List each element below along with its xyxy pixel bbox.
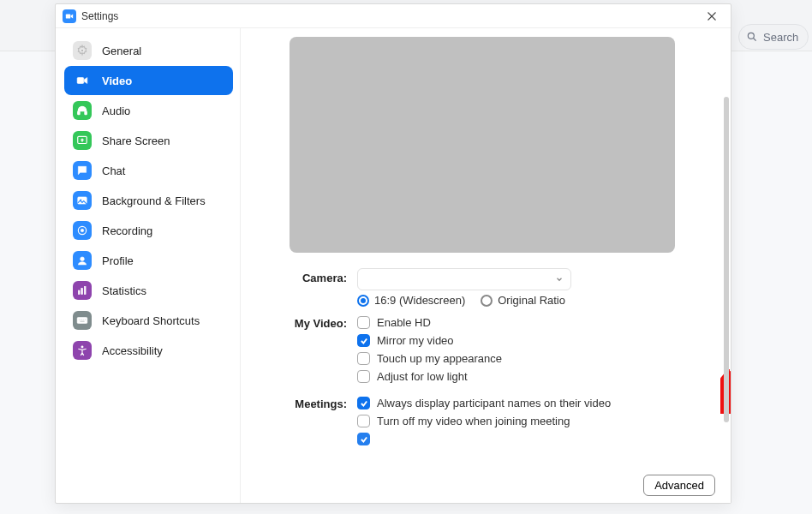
display-names-checkbox[interactable]: Always display participant names on thei…	[357, 394, 611, 412]
video-preview	[290, 37, 675, 253]
search-placeholder: Search	[763, 31, 798, 44]
sidebar-item-label: Statistics	[102, 284, 146, 297]
touch-up-checkbox[interactable]: Touch up my appearance	[357, 350, 502, 368]
keyboard-icon	[73, 311, 92, 330]
sidebar-item-accessibility[interactable]: Accessibility	[64, 336, 233, 365]
sidebar-item-label: Audio	[102, 105, 130, 117]
svg-rect-18	[77, 318, 87, 324]
sidebar-item-keyboard-shortcuts[interactable]: Keyboard Shortcuts	[64, 306, 233, 335]
checkbox-label: Turn off my video when joining meeting	[377, 415, 570, 427]
sidebar-item-general[interactable]: General	[64, 36, 233, 65]
radio-dot-icon	[481, 295, 493, 307]
headphones-icon	[73, 101, 92, 120]
checkbox-label: Adjust for low light	[377, 370, 468, 383]
svg-point-14	[81, 257, 85, 261]
sidebar-item-share-screen[interactable]: Share Screen	[64, 126, 233, 155]
share-icon	[73, 131, 92, 150]
sidebar-item-label: Keyboard Shortcuts	[102, 314, 200, 327]
checkbox-icon	[357, 397, 370, 409]
panel-footer: Advanced	[241, 467, 731, 503]
checkbox-label: Touch up my appearance	[377, 352, 502, 365]
sidebar-item-label: Background & Filters	[102, 194, 206, 207]
advanced-button[interactable]: Advanced	[643, 475, 715, 496]
svg-rect-16	[81, 289, 83, 295]
svg-point-5	[81, 49, 84, 52]
sidebar-item-label: Video	[102, 75, 132, 87]
svg-point-0	[748, 33, 754, 39]
turn-off-video-checkbox[interactable]: Turn off my video when joining meeting	[357, 412, 570, 430]
sidebar-item-label: Accessibility	[102, 344, 163, 357]
background-icon	[73, 191, 92, 210]
zoom-app-icon	[63, 9, 76, 23]
svg-rect-15	[78, 290, 80, 295]
svg-rect-20	[81, 319, 81, 320]
sidebar-item-label: Profile	[102, 254, 134, 267]
svg-rect-7	[78, 111, 80, 115]
sidebar-item-profile[interactable]: Profile	[64, 246, 233, 275]
chat-icon	[73, 161, 92, 180]
scrollbar[interactable]	[724, 97, 729, 422]
sidebar-item-audio[interactable]: Audio	[64, 96, 233, 125]
checkbox-icon	[357, 415, 370, 427]
myvideo-row: My Video: Enable HD Mirror my video T	[265, 314, 700, 386]
search-icon	[746, 31, 758, 43]
svg-rect-17	[84, 286, 86, 294]
aspect-original-radio[interactable]: Original Ratio	[481, 294, 565, 307]
accessibility-icon	[73, 341, 92, 360]
svg-rect-6	[77, 78, 84, 84]
meetings-label: Meetings:	[265, 394, 357, 410]
chevron-down-icon	[555, 275, 564, 284]
low-light-checkbox[interactable]: Adjust for low light	[357, 368, 468, 386]
panel-scroll[interactable]: Camera: 16:9 (Widescreen)	[241, 28, 731, 465]
radio-label: Original Ratio	[498, 294, 565, 307]
sidebar-item-label: Share Screen	[102, 134, 170, 147]
sidebar-item-chat[interactable]: Chat	[64, 156, 233, 185]
checkbox-icon	[357, 334, 370, 347]
settings-window: Settings General Video	[55, 3, 731, 504]
svg-line-1	[754, 39, 756, 41]
checkbox-icon	[357, 352, 370, 365]
camera-row: Camera: 16:9 (Widescreen)	[265, 268, 700, 310]
checkbox-label: Enable HD	[377, 316, 431, 329]
close-button[interactable]	[700, 4, 724, 28]
meetings-option-3-checkbox[interactable]	[357, 430, 377, 448]
svg-rect-23	[80, 321, 85, 322]
svg-point-24	[81, 346, 83, 348]
sidebar-item-recording[interactable]: Recording	[64, 216, 233, 245]
radio-label: 16:9 (Widescreen)	[374, 294, 465, 307]
enable-hd-checkbox[interactable]: Enable HD	[357, 314, 431, 332]
sidebar-item-label: Recording	[102, 224, 152, 237]
camera-label: Camera:	[265, 268, 357, 284]
svg-rect-8	[85, 111, 87, 115]
sidebar-item-label: General	[102, 45, 141, 57]
mirror-video-checkbox[interactable]: Mirror my video	[357, 332, 454, 350]
profile-icon	[73, 251, 92, 270]
settings-panel: Camera: 16:9 (Widescreen)	[241, 28, 731, 503]
sidebar-item-label: Chat	[102, 164, 125, 177]
svg-rect-22	[85, 319, 86, 320]
meetings-row: Meetings: Always display participant nam…	[265, 394, 700, 448]
radio-dot-icon	[357, 295, 369, 307]
svg-point-13	[81, 229, 84, 232]
sidebar-item-statistics[interactable]: Statistics	[64, 276, 233, 305]
search-input[interactable]: Search	[738, 24, 809, 50]
checkbox-label: Mirror my video	[377, 334, 454, 347]
myvideo-label: My Video:	[265, 314, 357, 330]
window-title: Settings	[81, 10, 118, 22]
gear-icon	[73, 41, 92, 60]
checkbox-icon	[357, 370, 370, 383]
close-icon	[707, 11, 717, 21]
sidebar-item-background-filters[interactable]: Background & Filters	[64, 186, 233, 215]
camera-dropdown[interactable]	[357, 268, 571, 290]
checkbox-icon	[357, 316, 370, 329]
aspect-widescreen-radio[interactable]: 16:9 (Widescreen)	[357, 294, 465, 307]
svg-rect-21	[83, 319, 84, 320]
sidebar: General Video Audio Share Screen	[56, 28, 241, 503]
checkbox-icon	[357, 433, 370, 445]
video-icon	[73, 71, 92, 90]
checkbox-label: Always display participant names on thei…	[377, 397, 611, 409]
titlebar: Settings	[56, 4, 731, 28]
record-icon	[73, 221, 92, 240]
stats-icon	[73, 281, 92, 300]
sidebar-item-video[interactable]: Video	[64, 66, 233, 95]
